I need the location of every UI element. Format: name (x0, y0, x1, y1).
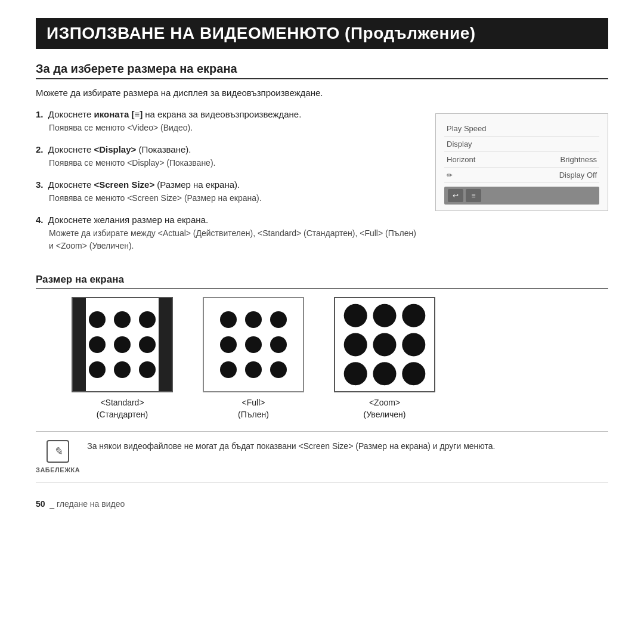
full-diagram (203, 297, 304, 392)
menu-horizont-brightness: Horizont Brightness (444, 152, 599, 168)
full-dots (214, 305, 293, 384)
menu-play-speed: Play Speed (444, 121, 599, 137)
step-3: 3. Докоснете <Screen Size> (Размер на ек… (36, 178, 417, 205)
instructions: 1. Докоснете иконата [≡] на екрана за ви… (36, 107, 417, 261)
screen-sizes-heading: Размер на екрана (36, 274, 608, 289)
step-2-number: 2. (36, 144, 44, 154)
dot (220, 361, 237, 378)
menu-display-off: ✏ Display Off (444, 168, 599, 183)
screen-sizes-container: <Standard> (Стандартен) <Full> (Пълен) (72, 297, 608, 420)
step-3-sub: Появява се менюто <Screen Size> (Размер … (49, 192, 417, 205)
zoom-label: <Zoom> (Увеличен) (364, 397, 406, 420)
dot (220, 336, 237, 353)
standard-diagram (72, 297, 173, 392)
dot (89, 311, 106, 328)
dot (245, 361, 262, 378)
dot (402, 304, 425, 327)
dot (373, 304, 396, 327)
dot (89, 361, 106, 378)
dot (114, 336, 131, 353)
full-label: <Full> (Пълен) (238, 397, 269, 420)
step-4-sub: Можете да избирате между <Actual> (Дейст… (49, 227, 417, 252)
dot (220, 311, 237, 328)
page-footer: 50 _ гледане на видео (36, 499, 608, 509)
note-text: За някои видеофайлове не могат да бъдат … (87, 440, 495, 453)
dot (245, 336, 262, 353)
step-2: 2. Докоснете <Display> (Показване). Появ… (36, 143, 417, 169)
step-1-number: 1. (36, 109, 44, 119)
dot (344, 333, 367, 356)
dot (114, 311, 131, 328)
dot (373, 362, 396, 385)
dot (139, 311, 156, 328)
note-label: ЗАБЕЛЕЖКА (36, 466, 80, 473)
dot (245, 311, 262, 328)
zoom-diagram (334, 297, 435, 392)
step-4: 4. Докоснете желания размер на екрана. М… (36, 213, 417, 252)
screen-size-zoom: <Zoom> (Увеличен) (334, 297, 435, 420)
step-1: 1. Докоснете иконата [≡] на екрана за ви… (36, 107, 417, 134)
footer-text: гледане на видео (57, 499, 125, 509)
dot (270, 336, 287, 353)
screen-size-full: <Full> (Пълен) (203, 297, 304, 420)
page-title: ИЗПОЛЗВАНЕ НА ВИДЕОМЕНЮТО (Продължение) (36, 18, 608, 49)
menu-icon-button[interactable]: ≡ (466, 189, 481, 202)
menu-screenshot: Play Speed Display Horizont Brightness ✏… (435, 113, 608, 211)
step-1-sub: Появява се менюто <Video> (Видео). (49, 122, 417, 134)
note-box: ✎ ЗАБЕЛЕЖКА За някои видеофайлове не мог… (36, 431, 608, 482)
menu-back-button[interactable]: ↩ (448, 189, 463, 202)
standard-dots (83, 305, 162, 384)
dot (402, 333, 425, 356)
dot (402, 362, 425, 385)
dot (139, 336, 156, 353)
dot (114, 361, 131, 378)
dot (270, 361, 287, 378)
dot (344, 362, 367, 385)
menu-bottom-bar: ↩ ≡ (444, 187, 599, 205)
note-icon: ✎ (47, 440, 69, 463)
page-number: 50 (36, 499, 45, 509)
screen-size-standard: <Standard> (Стандартен) (72, 297, 173, 420)
menu-display: Display (444, 137, 599, 152)
dot (89, 336, 106, 353)
dot (270, 311, 287, 328)
step-2-sub: Появява се менюто <Display> (Показване). (49, 157, 417, 169)
section-heading: За да изберете размера на екрана (36, 62, 608, 79)
step-4-number: 4. (36, 215, 44, 225)
step-3-number: 3. (36, 179, 44, 190)
standard-label: <Standard> (Стандартен) (97, 397, 148, 420)
intro-text: Можете да избирате размера на дисплея за… (36, 88, 608, 98)
dot (373, 333, 396, 356)
dot (139, 361, 156, 378)
dot (344, 304, 367, 327)
